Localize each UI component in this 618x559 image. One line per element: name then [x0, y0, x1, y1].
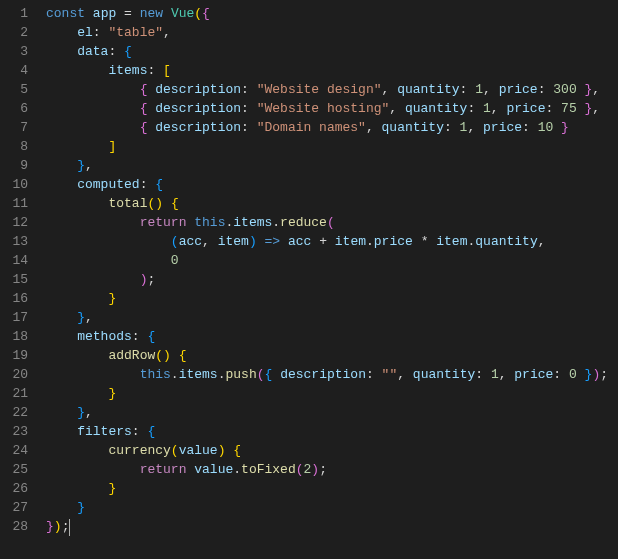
code-line[interactable]: total() { [46, 194, 608, 213]
line-number-gutter: 1234567891011121314151617181920212223242… [0, 0, 42, 559]
token-var: quantity [413, 367, 475, 382]
token-pun: , [85, 310, 93, 325]
code-line[interactable]: }, [46, 156, 608, 175]
token-pun: , [366, 120, 374, 135]
token-pun [475, 120, 483, 135]
token-pun [46, 234, 171, 249]
code-line[interactable]: } [46, 384, 608, 403]
code-line[interactable]: this.items.push({ description: "", quant… [46, 365, 608, 384]
token-pun: , [499, 367, 507, 382]
code-line[interactable]: }); [46, 517, 608, 536]
token-pun [374, 367, 382, 382]
line-number: 12 [0, 213, 28, 232]
token-pun [272, 367, 280, 382]
token-str: "" [382, 367, 398, 382]
code-line[interactable]: { description: "Website hosting", quanti… [46, 99, 608, 118]
code-line[interactable]: }, [46, 403, 608, 422]
token-var: value [179, 443, 218, 458]
code-line[interactable]: { description: "Website design", quantit… [46, 80, 608, 99]
line-number: 6 [0, 99, 28, 118]
token-pun [577, 101, 585, 116]
token-pun [405, 367, 413, 382]
token-pun: , [538, 234, 546, 249]
code-line[interactable]: items: [ [46, 61, 608, 80]
token-var: items [108, 63, 147, 78]
token-pun: : [475, 367, 483, 382]
code-line[interactable]: (acc, item) => acc + item.price * item.q… [46, 232, 608, 251]
token-pun [116, 44, 124, 59]
code-line[interactable]: } [46, 498, 608, 517]
token-pun [163, 6, 171, 21]
token-pun [249, 101, 257, 116]
code-line[interactable]: const app = new Vue({ [46, 4, 608, 23]
line-number: 20 [0, 365, 28, 384]
token-pun: : [93, 25, 101, 40]
token-pun: : [553, 367, 561, 382]
line-number: 15 [0, 270, 28, 289]
code-line[interactable]: } [46, 479, 608, 498]
code-line[interactable]: data: { [46, 42, 608, 61]
line-number: 27 [0, 498, 28, 517]
code-line[interactable]: 0 [46, 251, 608, 270]
token-brk1: ) [54, 519, 62, 534]
code-line[interactable]: el: "table", [46, 23, 608, 42]
token-brk3: } [77, 158, 85, 173]
code-line[interactable]: ] [46, 137, 608, 156]
token-var: description [155, 82, 241, 97]
token-var: quantity [397, 82, 459, 97]
token-var: item [218, 234, 249, 249]
token-pun [46, 25, 77, 40]
token-var: items [233, 215, 272, 230]
line-number: 17 [0, 308, 28, 327]
line-number: 18 [0, 327, 28, 346]
code-line[interactable]: currency(value) { [46, 441, 608, 460]
token-pun [577, 367, 585, 382]
token-pun [553, 101, 561, 116]
token-pun [257, 234, 265, 249]
token-pun: , [389, 101, 397, 116]
token-var: price [506, 101, 545, 116]
text-cursor [69, 519, 70, 536]
token-pun [561, 367, 569, 382]
token-var: price [499, 82, 538, 97]
token-brk3: ) [249, 234, 257, 249]
token-var: value [194, 462, 233, 477]
token-pun: , [491, 101, 499, 116]
code-line[interactable]: ); [46, 270, 608, 289]
token-pun [46, 329, 77, 344]
code-line[interactable]: filters: { [46, 422, 608, 441]
token-brk3: { [147, 329, 155, 344]
code-line[interactable]: { description: "Domain names", quantity:… [46, 118, 608, 137]
code-line[interactable]: return this.items.reduce( [46, 213, 608, 232]
token-brk1: } [108, 481, 116, 496]
token-pun [46, 177, 77, 192]
line-number: 14 [0, 251, 28, 270]
token-brk3: } [77, 405, 85, 420]
token-pun [46, 348, 108, 363]
line-number: 25 [0, 460, 28, 479]
token-kw: const [46, 6, 85, 21]
token-var: data [77, 44, 108, 59]
code-line[interactable]: addRow() { [46, 346, 608, 365]
token-num: 300 [553, 82, 576, 97]
code-line[interactable]: }, [46, 308, 608, 327]
token-var: items [179, 367, 218, 382]
code-editor-content[interactable]: const app = new Vue({ el: "table", data:… [42, 0, 608, 559]
token-pun [475, 101, 483, 116]
token-pun: . [272, 215, 280, 230]
token-pun [46, 443, 108, 458]
token-fn: total [108, 196, 147, 211]
code-line[interactable]: } [46, 289, 608, 308]
token-fn: currency [108, 443, 170, 458]
code-line[interactable]: computed: { [46, 175, 608, 194]
token-pun [46, 139, 108, 154]
token-brk1: } [108, 291, 116, 306]
token-pun [46, 500, 77, 515]
token-pun: ; [147, 272, 155, 287]
token-cls: Vue [171, 6, 194, 21]
code-line[interactable]: return value.toFixed(2); [46, 460, 608, 479]
token-str: "Website design" [257, 82, 382, 97]
token-brk2: ( [327, 215, 335, 230]
code-line[interactable]: methods: { [46, 327, 608, 346]
token-var: acc [179, 234, 202, 249]
